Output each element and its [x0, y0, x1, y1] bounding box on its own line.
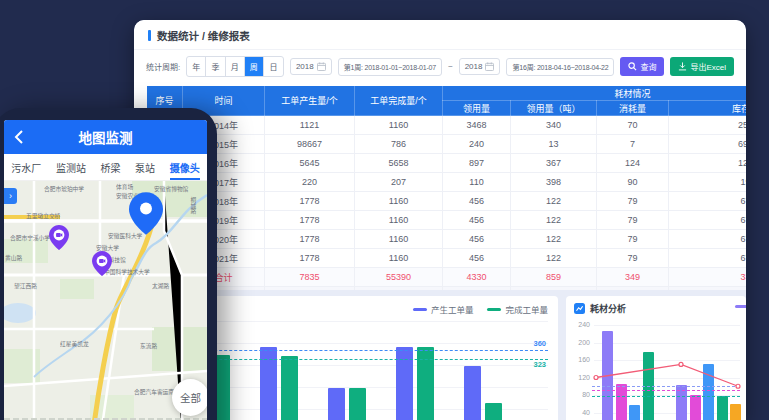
chart2-header: 耗材分析 [566, 296, 746, 317]
bar-产生工单量[interactable] [328, 388, 345, 420]
cell: 79 [597, 192, 669, 211]
cell: 5645 [265, 154, 355, 173]
back-button[interactable] [14, 130, 23, 148]
phone-tab-5[interactable]: 摄像头 [170, 154, 200, 180]
cell: 220 [265, 173, 355, 192]
map-expand-button[interactable]: › [4, 188, 17, 204]
cell: 111 [597, 287, 669, 291]
end-week-select[interactable]: 第16周: 2018-04-16~2018-04-22 [506, 58, 614, 76]
total-row: 合计783555390433085934933 [147, 268, 747, 287]
map-label: 五里墩立交桥 [26, 211, 60, 220]
phone-header: 地图监测 [4, 120, 207, 154]
cell: 1778 [265, 211, 355, 230]
charts-row: 产生工单量完成工单量 360323 耗材分析 2402001601208040 [134, 296, 746, 420]
cell: 79 [597, 211, 669, 230]
cell: 1160 [355, 116, 443, 135]
chart-icon [574, 303, 585, 314]
range-separator: ~ [448, 62, 453, 71]
column-header: 工单产生量/个 [265, 86, 355, 116]
breadcrumb: 数据统计 / 维修报表 [157, 28, 250, 43]
table-row: 72020年177811604561227967 [147, 230, 747, 249]
cell: 124 [597, 154, 669, 173]
cell: 5658 [355, 154, 443, 173]
phone-tab-1[interactable]: 污水厂 [11, 154, 41, 180]
segment-2[interactable]: 季 [206, 57, 225, 76]
cell: 67 [669, 192, 747, 211]
phone-tab-3[interactable]: 桥梁 [100, 154, 120, 180]
bar-产生工单量[interactable] [260, 347, 277, 420]
cell: 250 [669, 116, 747, 135]
sub-header: 库存量 [669, 101, 747, 116]
download-icon [678, 62, 687, 71]
legend-dash-icon [487, 308, 501, 311]
map-label: 黄山路 [5, 253, 22, 262]
cell: 456 [443, 249, 511, 268]
bar-产生工单量[interactable] [396, 347, 413, 420]
table-row: 52018年177811604561227967 [147, 192, 747, 211]
reference-label: 323 [533, 360, 546, 369]
segment-1[interactable]: 年 [187, 57, 206, 76]
material-bar-line-chart: 2402001601208040 [574, 318, 740, 420]
cell: 4330 [443, 268, 511, 287]
bar-完成工单量[interactable] [349, 388, 366, 420]
map-label: 红星美凯龙 [60, 339, 89, 348]
selected-location-pin[interactable] [129, 192, 163, 239]
cell: 1778 [265, 192, 355, 211]
period-segments: 年季月周日 [186, 56, 284, 77]
legend-dash-icon [413, 308, 427, 311]
period-label: 统计周期: [146, 61, 180, 72]
cell: 349 [597, 268, 669, 287]
cell: 456 [443, 230, 511, 249]
start-year-select[interactable]: 2018 [290, 58, 332, 75]
map-label: 太湖路 [152, 281, 169, 290]
map-view[interactable]: 合肥市琥珀中学体育场安徽农业大学安徽省博物馆五里墩立交桥合肥市宁溪小学安徽医科大… [4, 181, 207, 420]
filter-bar: 统计周期: 年季月周日 2018 第1周: 2018-01-01~2018-01… [134, 50, 746, 83]
cell: 79 [597, 230, 669, 249]
bar-完成工单量[interactable] [281, 356, 298, 420]
trend-line [574, 318, 740, 420]
search-icon [628, 62, 637, 71]
chart2-title: 耗材分析 [590, 302, 626, 315]
segment-5[interactable]: 日 [264, 57, 283, 76]
camera-pin[interactable] [92, 251, 112, 280]
cell: 122 [511, 230, 597, 249]
cell: 456 [443, 192, 511, 211]
legend-label: 产生工单量 [431, 303, 474, 315]
camera-pin[interactable] [49, 225, 69, 254]
bar-产生工单量[interactable] [464, 366, 481, 420]
report-table: 序号时间工单产生量/个工单完成量/个耗材情况领用量领用量（吨）消耗量库存量120… [146, 85, 746, 290]
legend-item[interactable]: 产生工单量 [413, 303, 474, 315]
query-button[interactable]: 查询 [620, 57, 664, 76]
calendar-icon [317, 62, 326, 71]
cell: 456 [443, 211, 511, 230]
bar-完成工单量[interactable] [417, 347, 434, 420]
table-row: 62019年177811604561227967 [147, 211, 747, 230]
cell: 122 [511, 192, 597, 211]
map-label: 合肥市琥珀中学 [44, 184, 84, 193]
cell: 7 [597, 135, 669, 154]
cell: 33 [669, 268, 747, 287]
cell: 1160 [355, 192, 443, 211]
phone-tab-4[interactable]: 泵站 [135, 154, 155, 180]
bar-完成工单量[interactable] [485, 403, 502, 420]
phone-tab-2[interactable]: 监测站 [56, 154, 86, 180]
map-label: 体育场 [116, 182, 133, 191]
end-year-select[interactable]: 2018 [459, 58, 501, 75]
cell: 1121 [265, 116, 355, 135]
cell: 3468 [443, 116, 511, 135]
segment-4[interactable]: 周 [245, 57, 264, 76]
export-excel-button[interactable]: 导出Excel [670, 57, 734, 76]
reference-label: 360 [533, 339, 546, 348]
table-row: 22015年98667786240137690 [147, 135, 747, 154]
cell: 859 [511, 268, 597, 287]
start-week-select[interactable]: 第1周: 2018-01-01~2018-01-07 [338, 58, 442, 76]
dashboard-card: 数据统计 / 维修报表 统计周期: 年季月周日 2018 第1周: 2018-0… [134, 20, 746, 420]
legend-item[interactable]: 完成工单量 [487, 303, 548, 315]
segment-3[interactable]: 月 [226, 57, 245, 76]
sub-header: 领用量（吨） [511, 101, 597, 116]
cell: 67 [669, 230, 747, 249]
cell: 1160 [355, 211, 443, 230]
phone-title: 地图监测 [79, 127, 133, 147]
legend-label: 完成工单量 [505, 303, 548, 315]
all-button[interactable]: 全部 [172, 379, 207, 416]
